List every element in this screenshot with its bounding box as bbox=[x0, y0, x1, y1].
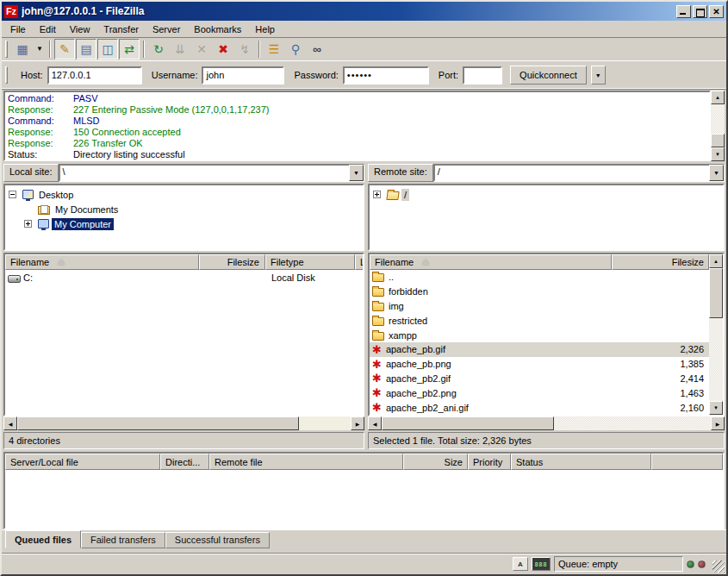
remote-file-row[interactable]: xampp bbox=[370, 328, 709, 342]
local-site-combo[interactable]: \ ▼ bbox=[59, 164, 364, 182]
toolbar-grip[interactable] bbox=[5, 41, 8, 58]
quickconnect-dropdown-icon[interactable]: ▼ bbox=[591, 66, 606, 85]
minimize-button[interactable] bbox=[676, 5, 691, 18]
directory-comparison-button[interactable]: ☰ bbox=[264, 39, 284, 59]
maximize-button[interactable] bbox=[693, 5, 707, 18]
tree-item-desktop[interactable]: Desktop bbox=[7, 187, 363, 202]
port-input[interactable] bbox=[463, 66, 502, 85]
scrollbar-thumb[interactable] bbox=[709, 268, 723, 318]
tree-item-my-computer[interactable]: My Computer bbox=[7, 216, 363, 231]
chevron-down-icon[interactable]: ▼ bbox=[709, 165, 724, 181]
tree-item-my-documents[interactable]: My Documents bbox=[7, 202, 363, 216]
menu-transfer[interactable]: Transfer bbox=[96, 22, 146, 36]
scroll-right-icon[interactable]: ▶ bbox=[711, 416, 725, 430]
menu-view[interactable]: View bbox=[63, 22, 97, 36]
menu-help[interactable]: Help bbox=[248, 22, 282, 36]
resize-grip[interactable] bbox=[712, 560, 725, 573]
queue-column-remote-file[interactable]: Remote file bbox=[209, 454, 403, 470]
column-header-filetype[interactable]: Filetype bbox=[265, 254, 355, 270]
menu-server[interactable]: Server bbox=[146, 22, 187, 36]
scroll-up-icon[interactable]: ▲ bbox=[711, 91, 725, 104]
titlebar[interactable]: Fz john@127.0.0.1 - FileZilla bbox=[2, 2, 726, 21]
queue-column-status[interactable]: Status bbox=[511, 454, 651, 470]
folder-icon bbox=[372, 273, 384, 282]
toggle-message-log-button[interactable]: ✎ bbox=[54, 39, 75, 59]
scroll-up-icon[interactable]: ▲ bbox=[709, 254, 723, 268]
synchronized-browsing-button[interactable]: ⚲ bbox=[285, 39, 306, 59]
column-header-filename[interactable]: Filename bbox=[5, 254, 199, 270]
desktop-icon bbox=[22, 190, 34, 199]
image-file-icon bbox=[372, 387, 382, 398]
quickconnect-button[interactable]: Quickconnect bbox=[510, 66, 587, 85]
site-manager-button[interactable]: ▦ bbox=[12, 39, 33, 59]
local-site-value[interactable]: \ bbox=[60, 166, 350, 180]
expand-icon[interactable] bbox=[24, 220, 32, 228]
password-input[interactable]: •••••• bbox=[343, 66, 429, 85]
column-header-filename[interactable]: Filename bbox=[370, 254, 612, 270]
expand-icon[interactable] bbox=[373, 191, 381, 198]
menu-edit[interactable]: Edit bbox=[33, 22, 63, 36]
scroll-left-icon[interactable]: ◀ bbox=[3, 416, 17, 430]
quickconnect-grip[interactable] bbox=[5, 66, 8, 84]
toggle-transfer-queue-button[interactable]: ⇄ bbox=[119, 39, 140, 59]
scroll-down-icon[interactable]: ▼ bbox=[711, 147, 725, 161]
host-label: Host: bbox=[21, 70, 43, 80]
toggle-local-tree-button[interactable]: ▤ bbox=[76, 39, 96, 59]
tab-successful-transfers[interactable]: Successful transfers bbox=[165, 532, 270, 548]
column-header-filesize[interactable]: Filesize bbox=[612, 254, 709, 270]
queue-column-priority[interactable]: Priority bbox=[468, 454, 511, 470]
local-horizontal-scrollbar[interactable]: ◀ ▶ bbox=[3, 416, 364, 430]
local-file-row-c-drive[interactable]: C: Local Disk bbox=[5, 270, 363, 285]
queue-column-filler bbox=[651, 454, 723, 470]
remote-file-row[interactable]: .. bbox=[370, 270, 709, 285]
tab-queued-files[interactable]: Queued files bbox=[5, 530, 81, 548]
scrollbar-thumb[interactable] bbox=[17, 416, 299, 430]
remote-file-row-selected[interactable]: apache_pb.gif2,326 bbox=[370, 342, 709, 357]
scrollbar-track[interactable] bbox=[554, 416, 711, 430]
remote-file-row[interactable]: restricted bbox=[370, 313, 709, 328]
scrollbar-thumb[interactable] bbox=[382, 416, 554, 430]
scrollbar-track[interactable] bbox=[711, 104, 725, 134]
scroll-down-icon[interactable]: ▼ bbox=[709, 401, 723, 415]
remote-site-value[interactable]: / bbox=[435, 166, 710, 180]
remote-file-row[interactable]: apache_pb2.png1,463 bbox=[370, 385, 709, 400]
transfer-type-indicator-icon[interactable]: A bbox=[513, 557, 528, 571]
host-input[interactable]: 127.0.0.1 bbox=[47, 66, 142, 85]
scrollbar-track[interactable] bbox=[709, 318, 723, 401]
tree-item-root[interactable]: / bbox=[371, 187, 723, 202]
chevron-down-icon[interactable]: ▼ bbox=[349, 165, 364, 181]
username-input[interactable]: john bbox=[202, 66, 284, 85]
remote-file-row[interactable]: apache_pb2_ani.gif2,160 bbox=[370, 400, 709, 415]
queue-column-direction[interactable]: Directi... bbox=[160, 454, 209, 470]
toggle-remote-tree-button[interactable]: ◫ bbox=[97, 39, 118, 59]
queue-list-area[interactable] bbox=[5, 470, 723, 528]
remote-file-row[interactable]: img bbox=[370, 299, 709, 314]
scroll-left-icon[interactable]: ◀ bbox=[368, 416, 382, 430]
log-scrollbar[interactable]: ▲ ▼ bbox=[711, 91, 725, 161]
refresh-button[interactable]: ↻ bbox=[148, 39, 169, 59]
remote-horizontal-scrollbar[interactable]: ◀ ▶ bbox=[368, 416, 725, 430]
scroll-right-icon[interactable]: ▶ bbox=[351, 416, 364, 430]
process-queue-button[interactable]: ⇊ bbox=[170, 39, 190, 59]
collapse-icon[interactable] bbox=[9, 191, 16, 198]
remote-file-row[interactable]: apache_pb.png1,385 bbox=[370, 357, 709, 372]
speed-limits-icon[interactable]: 888 bbox=[532, 557, 551, 571]
column-header-filesize[interactable]: Filesize bbox=[199, 254, 265, 270]
reconnect-button[interactable]: ↯ bbox=[234, 39, 255, 59]
queue-column-size[interactable]: Size bbox=[403, 454, 468, 470]
remote-file-row[interactable]: apache_pb2.gif2,414 bbox=[370, 372, 709, 386]
menu-bookmarks[interactable]: Bookmarks bbox=[187, 22, 248, 36]
remote-site-combo[interactable]: / ▼ bbox=[433, 164, 725, 182]
cancel-operation-button[interactable]: ✕ bbox=[191, 39, 212, 59]
remote-vertical-scrollbar[interactable]: ▲ ▼ bbox=[709, 254, 723, 415]
site-manager-dropdown-icon[interactable]: ▼ bbox=[34, 39, 46, 59]
find-files-button[interactable]: ∞ bbox=[307, 39, 327, 59]
remote-file-row[interactable]: forbidden bbox=[370, 285, 709, 299]
column-header-last-modified[interactable]: L bbox=[355, 254, 363, 270]
queue-column-server-local-file[interactable]: Server/Local file bbox=[5, 454, 160, 470]
close-button[interactable] bbox=[709, 5, 724, 18]
menu-file[interactable]: File bbox=[3, 22, 33, 36]
scrollbar-thumb[interactable] bbox=[711, 134, 725, 147]
disconnect-button[interactable]: ✖ bbox=[213, 39, 233, 59]
tab-failed-transfers[interactable]: Failed transfers bbox=[81, 532, 165, 548]
